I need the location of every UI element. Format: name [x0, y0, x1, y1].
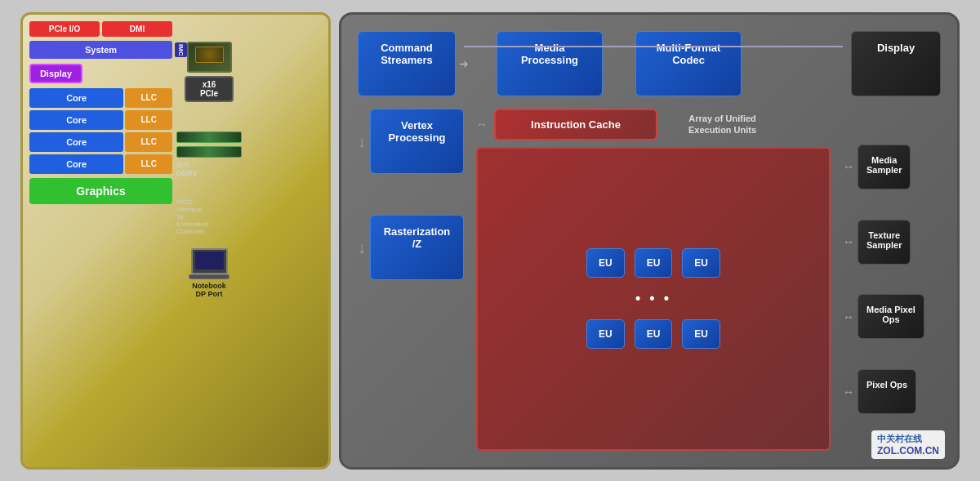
- rasterization-box: Rasterization/Z: [370, 215, 464, 280]
- llc-box-2: LLC: [125, 110, 172, 130]
- core-row-4: Core LLC: [29, 154, 172, 174]
- arrow-1: ➜: [456, 57, 472, 70]
- texture-sampler-label: TextureSampler: [866, 230, 902, 250]
- eu-box-1: EU: [586, 248, 625, 278]
- core-box-2: Core: [29, 110, 123, 130]
- core-row-2: Core LLC: [29, 110, 172, 130]
- mem-stick-1: [176, 131, 242, 143]
- eu-row-2: EU EU EU: [586, 319, 720, 349]
- instruction-cache-label: Instruction Cache: [531, 118, 621, 131]
- llc-box-1: LLC: [125, 88, 172, 108]
- mem-stick-2: [176, 146, 242, 158]
- array-label: Array of UnifiedExecution Units: [688, 113, 756, 136]
- pcie16-label: x16PCIe: [185, 76, 234, 102]
- core-row-1: Core LLC: [29, 88, 172, 108]
- ellipsis: • • •: [635, 290, 671, 307]
- watermark-top: 中关村在线: [877, 433, 939, 445]
- eu-box-6: EU: [682, 319, 720, 349]
- center-area: ↔ Instruction Cache Array of UnifiedExec…: [476, 109, 831, 451]
- display-right-label: Display: [877, 42, 915, 54]
- system-label: System IMC: [29, 41, 172, 59]
- notebook-area: NotebookDP Port: [176, 248, 242, 298]
- eu-box-2: EU: [635, 248, 673, 278]
- watermark: 中关村在线 ZOL.COM.CN: [871, 430, 945, 459]
- media-processing-box: MediaProcessing: [497, 31, 603, 96]
- display-right-box: Display: [851, 31, 941, 96]
- core-box-4: Core: [29, 154, 123, 174]
- media-sampler-box: MediaSampler: [858, 145, 911, 189]
- pcie-io-label: PCIe I/O: [29, 21, 100, 37]
- llc-box-4: LLC: [125, 154, 172, 174]
- texture-sampler-box: TextureSampler: [858, 220, 911, 265]
- eu-array-area: EU EU EU • • • EU EU EU: [476, 147, 831, 451]
- multi-format-codec-box: Multi-FormatCodec: [635, 31, 742, 96]
- main-area: ↓ VertexProcessing ↓ Rasterization/Z ↔ I…: [358, 109, 941, 451]
- media-sampler-label: MediaSampler: [866, 155, 902, 175]
- core-box-1: Core: [29, 88, 123, 108]
- vertex-processing-label: VertexProcessing: [388, 119, 445, 144]
- llc-box-3: LLC: [125, 132, 172, 152]
- ddr3-label: 2chDDR3: [176, 161, 197, 177]
- command-streamers-box: CommandStreamers: [358, 31, 456, 96]
- dmi-label: DMI: [102, 21, 172, 37]
- rasterization-label: Rasterization/Z: [384, 225, 451, 250]
- eu-box-4: EU: [586, 319, 625, 349]
- graphics-label: Graphics: [29, 178, 172, 204]
- core-box-3: Core: [29, 132, 123, 152]
- pixel-ops-label: Pixel Ops: [866, 380, 907, 390]
- command-streamers-label: CommandStreamers: [381, 42, 433, 66]
- left-right-column: x16PCIe 2chDDR3 PECIInterfaceToEmbeddedC…: [176, 21, 242, 461]
- left-diagram: PCIe I/O DMI System IMC Display Core LLC…: [20, 12, 331, 470]
- eu-box-3: EU: [682, 248, 720, 278]
- instruction-cache-box: Instruction Cache: [494, 109, 657, 140]
- core-row-3: Core LLC: [29, 132, 172, 152]
- peci-label: PECIInterfaceToEmbeddedController: [176, 198, 242, 235]
- display-left-label: Display: [29, 64, 82, 83]
- left-processing-col: ↓ VertexProcessing ↓ Rasterization/Z: [358, 109, 464, 451]
- right-ops-col: ↔ MediaSampler ↔ TextureSampler ↔ Media …: [843, 109, 941, 451]
- vertex-processing-box: VertexProcessing: [370, 109, 464, 174]
- eu-box-5: EU: [635, 319, 673, 349]
- right-diagram: CommandStreamers ➜ MediaProcessing Multi…: [339, 12, 960, 470]
- media-pixel-ops-box: Media PixelOps: [858, 294, 924, 339]
- watermark-bot: ZOL.COM.CN: [877, 445, 939, 457]
- notebook-label: NotebookDP Port: [192, 282, 226, 298]
- media-pixel-ops-label: Media PixelOps: [866, 305, 915, 324]
- chip-column: PCIe I/O DMI System IMC Display Core LLC…: [29, 21, 172, 461]
- pixel-ops-box: Pixel Ops: [858, 369, 916, 414]
- eu-row-1: EU EU EU: [586, 248, 720, 278]
